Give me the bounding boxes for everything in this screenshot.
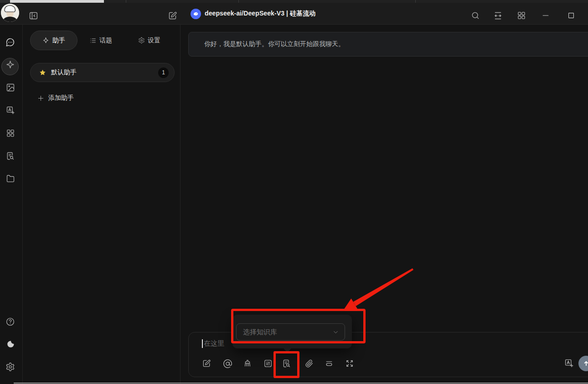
assistant-greeting-bubble: 你好，我是默认助手。你可以立刻开始跟我聊天。 — [188, 32, 588, 57]
new-topic-icon[interactable] — [201, 358, 211, 368]
titlebar: deepseek-ai/DeepSeek-V3 | 硅基流动 — [0, 3, 588, 25]
window-bottom-edge — [14, 383, 588, 384]
images-icon[interactable] — [5, 83, 15, 92]
topic-count-badge: 1 — [158, 67, 169, 78]
tab-settings[interactable]: 设置 — [138, 31, 166, 50]
text-caret — [202, 339, 203, 348]
expand-input-icon[interactable] — [345, 358, 355, 368]
star-icon — [39, 69, 46, 77]
minimize-button[interactable] — [539, 9, 552, 22]
list-icon — [89, 37, 97, 44]
sparkle-icon — [42, 37, 49, 44]
mention-model-icon[interactable] — [222, 358, 232, 368]
user-avatar[interactable] — [1, 4, 19, 22]
collapse-toolbar-icon[interactable] — [324, 358, 334, 368]
settings-icon[interactable] — [5, 362, 15, 372]
sidebar-collapse-button[interactable] — [26, 9, 40, 22]
add-assistant-button[interactable]: 添加助手 — [37, 93, 74, 103]
assistant-item-label: 默认助手 — [51, 68, 154, 77]
annotation-rect-knowledge-button — [273, 351, 299, 378]
model-settings-icon[interactable] — [263, 358, 273, 368]
search-icon[interactable] — [469, 9, 482, 22]
app-window: deepseek-ai/DeepSeek-V3 | 硅基流动 — [0, 0, 588, 384]
tab-topics-label: 话题 — [99, 36, 112, 45]
model-title: deepseek-ai/DeepSeek-V3 | 硅基流动 — [205, 10, 315, 18]
apps-grid-icon[interactable] — [515, 9, 528, 22]
gear-icon — [138, 37, 145, 44]
add-assistant-label: 添加助手 — [48, 94, 74, 102]
compose-button[interactable] — [165, 9, 179, 22]
tab-assistants-label: 助手 — [52, 36, 65, 45]
help-icon[interactable] — [5, 317, 15, 327]
icon-rail — [0, 25, 23, 384]
dark-mode-icon[interactable] — [5, 339, 15, 349]
fit-width-icon[interactable] — [491, 9, 505, 22]
annotation-rect-popover — [231, 309, 366, 343]
model-selector[interactable]: deepseek-ai/DeepSeek-V3 | 硅基流动 — [191, 3, 315, 25]
assistant-panel: 助手 话题 设置 默认助手 1 添加 — [23, 25, 181, 384]
knowledge-search-icon[interactable] — [5, 151, 15, 161]
clear-context-icon[interactable] — [242, 358, 253, 368]
tab-settings-label: 设置 — [148, 36, 160, 45]
maximize-button[interactable] — [564, 9, 578, 22]
tab-assistants[interactable]: 助手 — [30, 31, 77, 50]
translate-composer-icon[interactable] — [564, 358, 574, 368]
attach-file-icon[interactable] — [304, 358, 314, 368]
tab-topics[interactable]: 话题 — [89, 31, 118, 50]
files-icon[interactable] — [5, 174, 15, 183]
translate-icon[interactable] — [5, 105, 15, 115]
deepseek-logo-icon — [191, 9, 201, 19]
greeting-text: 你好，我是默认助手。你可以立刻开始跟我聊天。 — [204, 40, 345, 48]
send-button[interactable] — [578, 356, 588, 371]
composer-placeholder: 在这里 — [204, 339, 224, 348]
assistant-item-default[interactable]: 默认助手 1 — [30, 63, 175, 82]
sparkles-icon[interactable] — [5, 60, 15, 69]
plus-icon — [37, 95, 44, 102]
chat-icon[interactable] — [5, 37, 15, 47]
apps-grid-rail-icon[interactable] — [5, 128, 15, 138]
